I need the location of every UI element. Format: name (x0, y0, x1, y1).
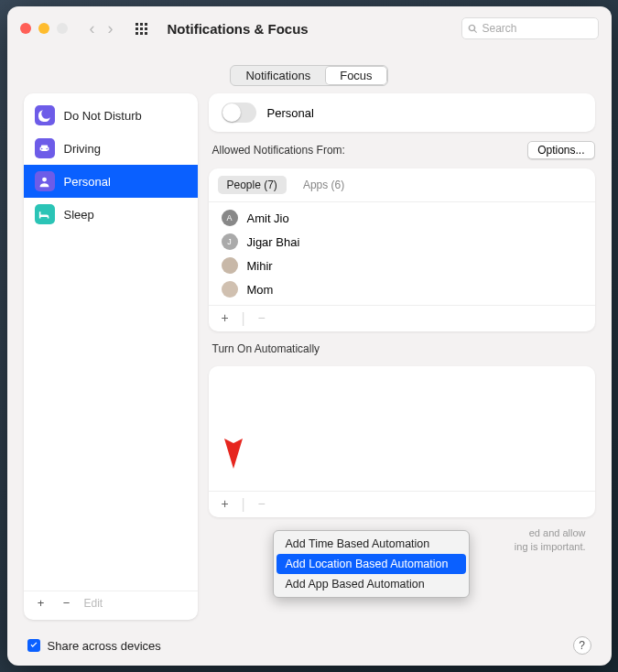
tab-apps[interactable]: Apps (6) (294, 176, 353, 194)
share-label: Share across devices (48, 639, 161, 653)
avatar-icon: J (222, 233, 238, 250)
close-icon[interactable] (20, 23, 31, 34)
menu-add-location[interactable]: Add Location Based Automation (276, 554, 466, 574)
menu-add-app[interactable]: Add App Based Automation (276, 574, 466, 594)
back-icon[interactable]: ‹ (90, 19, 95, 38)
automation-body (209, 366, 595, 491)
avatar-icon (222, 281, 238, 298)
remove-person-button[interactable]: − (255, 310, 269, 327)
search-input[interactable]: Search (461, 17, 599, 39)
sidebar-item-label: Personal (64, 175, 111, 189)
sidebar-item-label: Sleep (64, 208, 94, 222)
search-icon (468, 24, 478, 34)
search-placeholder: Search (482, 22, 517, 35)
menu-add-time[interactable]: Add Time Based Automation (276, 534, 466, 554)
moon-icon (35, 105, 55, 125)
list-item[interactable]: Mom (209, 277, 595, 301)
car-icon (35, 138, 55, 158)
tab-people[interactable]: People (7) (218, 176, 287, 194)
annotation-arrow-icon (222, 388, 245, 471)
sidebar-footer: + − Edit (24, 591, 198, 614)
share-checkbox[interactable] (27, 639, 40, 652)
focus-toggle[interactable] (222, 103, 256, 123)
remove-focus-button[interactable]: − (59, 596, 75, 610)
zoom-icon (57, 23, 68, 34)
edit-focus-button: Edit (84, 597, 103, 610)
list-item[interactable]: J Jigar Bhai (209, 230, 595, 254)
sidebar-item-label: Do Not Disturb (64, 109, 142, 123)
person-name: Jigar Bhai (247, 235, 300, 249)
list-item[interactable]: A Amit Jio (209, 206, 595, 230)
auto-label: Turn On Automatically (209, 341, 595, 357)
window-controls (20, 23, 68, 34)
list-item[interactable]: Mihir (209, 254, 595, 277)
sidebar-item-dnd[interactable]: Do Not Disturb (24, 99, 198, 132)
all-prefs-icon[interactable] (136, 23, 147, 35)
minimize-icon[interactable] (38, 23, 49, 34)
add-automation-button[interactable]: + (218, 496, 233, 513)
forward-icon: › (108, 19, 114, 38)
automation-footer: + | − (209, 491, 595, 517)
bottom-bar: Share across devices ? (7, 629, 612, 666)
nav-arrows: ‹ › (90, 19, 114, 38)
person-name: Amit Jio (247, 211, 289, 225)
focus-toggle-row: Personal (209, 93, 595, 132)
people-scroll[interactable]: A Amit Jio J Jigar Bhai Mihir Mom (209, 202, 595, 305)
bed-icon (35, 204, 55, 224)
focus-sidebar: Do Not Disturb Driving Personal Sleep (24, 93, 198, 620)
remove-automation-button[interactable]: − (255, 496, 269, 513)
add-person-button[interactable]: + (218, 310, 233, 327)
titlebar: ‹ › Notifications & Focus Search (7, 6, 612, 50)
focus-toggle-label: Personal (267, 106, 314, 120)
preferences-window: ‹ › Notifications & Focus Search Notific… (7, 6, 612, 666)
sidebar-item-driving[interactable]: Driving (24, 132, 198, 165)
window-title: Notifications & Focus (168, 21, 309, 37)
help-button[interactable]: ? (573, 636, 591, 655)
sidebar-item-label: Driving (64, 142, 101, 156)
allowed-list: People (7) Apps (6) A Amit Jio J Jigar B… (209, 168, 595, 331)
automation-list: + | − (209, 366, 595, 517)
sidebar-item-sleep[interactable]: Sleep (24, 198, 198, 231)
avatar-icon (222, 257, 238, 274)
add-automation-menu: Add Time Based Automation Add Location B… (273, 530, 470, 598)
person-icon (35, 171, 55, 191)
avatar-icon: A (222, 210, 238, 226)
options-button[interactable]: Options... (527, 141, 594, 159)
people-footer: + | − (209, 305, 595, 331)
add-focus-button[interactable]: + (33, 596, 49, 610)
sidebar-item-personal[interactable]: Personal (24, 165, 198, 198)
allowed-label: Allowed Notifications From: (209, 142, 349, 158)
allowed-header: Allowed Notifications From: Options... (209, 141, 595, 159)
main-tabs: Notifications Focus (7, 65, 612, 86)
person-name: Mom (247, 283, 274, 297)
person-name: Mihir (247, 259, 273, 273)
tab-focus[interactable]: Focus (325, 66, 386, 85)
tab-notifications[interactable]: Notifications (231, 66, 325, 85)
